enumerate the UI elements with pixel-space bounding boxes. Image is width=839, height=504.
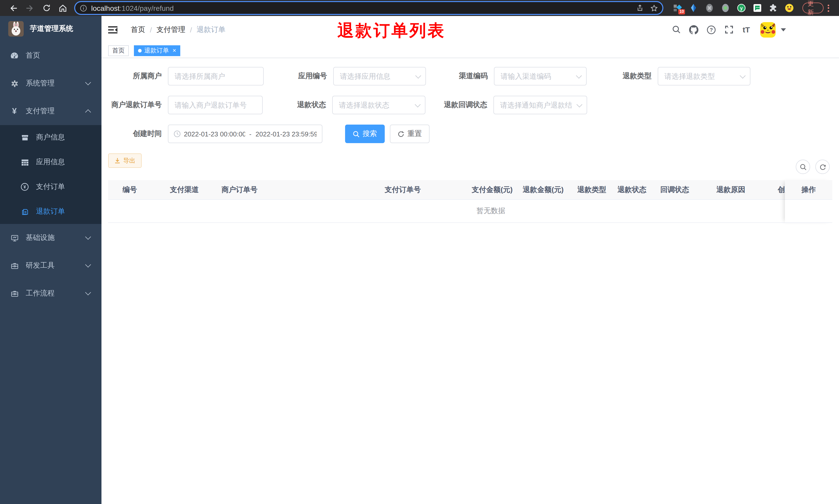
column-header: 退款类型 xyxy=(572,185,612,194)
sidebar-item-home[interactable]: 首页 xyxy=(0,42,102,70)
column-header: 支付金额(元) xyxy=(467,185,518,194)
shop-icon xyxy=(21,133,29,142)
home-icon[interactable] xyxy=(58,3,68,13)
filter-form: 所属商户 应用编号 渠道编码 xyxy=(108,58,832,143)
refresh-icon xyxy=(398,130,404,137)
date-separator: - xyxy=(249,130,252,138)
export-button[interactable]: 导出 xyxy=(108,154,142,168)
download-icon xyxy=(114,158,121,164)
app-logo[interactable]: 芋道管理系统 xyxy=(0,16,102,42)
document-copy-icon xyxy=(21,208,29,216)
caret-down-icon[interactable] xyxy=(781,28,786,31)
sidebar-item-devtools[interactable]: 研发工具 xyxy=(0,252,102,280)
sidebar-item-label: 系统管理 xyxy=(26,79,55,88)
cmd-glyph: ⌘ xyxy=(707,6,712,11)
table-toolbar: 导出 xyxy=(108,154,832,168)
search-icon[interactable] xyxy=(672,25,681,34)
sidebar-item-workflow[interactable]: 工作流程 xyxy=(0,280,102,307)
extension-command-icon[interactable]: ⌘ xyxy=(705,4,714,12)
breadcrumb-home[interactable]: 首页 xyxy=(131,25,145,34)
avatar[interactable] xyxy=(760,22,775,37)
extensions-puzzle-icon[interactable] xyxy=(769,4,778,12)
field-label: 创建时间 xyxy=(108,129,168,139)
browser-update-button[interactable]: 更新 xyxy=(802,3,824,13)
profile-emoji-icon[interactable] xyxy=(785,4,794,12)
notify-status-select[interactable] xyxy=(494,96,587,114)
font-size-icon[interactable]: tT xyxy=(742,25,751,34)
merchant-select[interactable] xyxy=(168,67,264,86)
breadcrumb: 首页 / 支付管理 / 退款订单 xyxy=(131,25,226,34)
reload-icon[interactable] xyxy=(42,3,51,13)
field-label: 渠道编码 xyxy=(436,72,494,81)
sidebar-item-refund-order[interactable]: 退款订单 xyxy=(0,199,102,224)
extension-record-icon[interactable] xyxy=(721,4,730,12)
fullscreen-icon[interactable] xyxy=(724,25,733,34)
extension-chat-icon[interactable] xyxy=(753,4,762,12)
tag-home[interactable]: 首页 xyxy=(108,45,129,56)
extension-y-icon[interactable]: y xyxy=(737,4,746,12)
field-label: 商户退款订单号 xyxy=(108,101,168,110)
url-text[interactable]: localhost:1024/pay/refund xyxy=(91,4,174,12)
chevron-down-icon xyxy=(85,79,91,86)
empty-text: 暂无数据 xyxy=(477,206,505,216)
close-icon[interactable]: × xyxy=(173,47,176,54)
github-icon[interactable] xyxy=(689,25,698,34)
reset-button[interactable]: 重置 xyxy=(390,125,430,143)
sidebar-item-infra[interactable]: 基础设施 xyxy=(0,224,102,252)
search-icon xyxy=(353,130,359,137)
sidebar-collapse-icon[interactable] xyxy=(108,25,118,34)
breadcrumb-separator: / xyxy=(150,25,152,34)
monitor-chart-icon xyxy=(10,234,19,242)
tag-refund-order[interactable]: 退款订单 × xyxy=(134,45,180,56)
sidebar-item-label: 工作流程 xyxy=(26,289,55,298)
sidebar-item-label: 支付管理 xyxy=(26,107,55,116)
extension-kite-icon[interactable] xyxy=(689,4,698,12)
sidebar-item-system[interactable]: 系统管理 xyxy=(0,70,102,97)
bookmark-star-icon[interactable] xyxy=(650,4,658,12)
back-icon[interactable] xyxy=(9,3,18,13)
table-header-row: 编号 支付渠道 商户订单号 支付订单号 支付金额(元) 退款金额(元) 退款类型… xyxy=(108,180,832,200)
toggle-search-button[interactable] xyxy=(796,160,810,174)
create-time-range-picker[interactable]: 2022-01-23 00:00:00 - 2022-01-23 23:59:5… xyxy=(168,125,322,143)
chevron-up-icon xyxy=(85,109,91,115)
clock-icon xyxy=(174,130,181,138)
merchant-refund-no-input[interactable] xyxy=(168,96,263,114)
sidebar-item-label: 研发工具 xyxy=(26,261,55,270)
breadcrumb-pay[interactable]: 支付管理 xyxy=(157,25,185,34)
site-info-icon[interactable] xyxy=(80,4,87,12)
help-icon[interactable]: ? xyxy=(707,25,716,34)
channel-code-select[interactable] xyxy=(494,67,587,86)
sidebar-item-merchant-info[interactable]: 商户信息 xyxy=(0,125,102,150)
refund-status-select[interactable] xyxy=(332,96,425,114)
sidebar-item-pay[interactable]: ¥ 支付管理 xyxy=(0,97,102,125)
breadcrumb-separator: / xyxy=(190,25,192,34)
forward-icon[interactable] xyxy=(25,3,35,13)
browser-menu-icon[interactable] xyxy=(828,4,829,12)
table-empty-row: 暂无数据 xyxy=(108,200,832,223)
column-header: 操作 xyxy=(785,180,832,200)
column-header: 支付渠道 xyxy=(165,185,216,194)
svg-text:?: ? xyxy=(710,27,713,32)
browser-toolbar: localhost:1024/pay/refund 10 ⌘ xyxy=(0,0,839,16)
app-select[interactable] xyxy=(333,67,426,86)
url-host: localhost xyxy=(91,4,120,12)
field-label: 退款状态 xyxy=(269,101,332,110)
sidebar-item-label: 退款订单 xyxy=(36,207,65,216)
chevron-down-icon xyxy=(85,262,91,268)
sidebar-item-pay-order[interactable]: ¥ 支付订单 xyxy=(0,175,102,199)
url-path: :1024/pay/refund xyxy=(120,4,174,12)
address-bar[interactable]: localhost:1024/pay/refund xyxy=(75,2,662,14)
refresh-table-button[interactable] xyxy=(815,160,830,174)
search-button[interactable]: 搜索 xyxy=(345,125,385,143)
extension-grid-icon[interactable]: 10 xyxy=(673,4,682,12)
app-title: 芋道管理系统 xyxy=(30,24,73,34)
sidebar: 芋道管理系统 首页 系统管理 ¥ 支付管理 xyxy=(0,16,102,504)
column-header: 回调状态 xyxy=(655,185,711,194)
refund-table: 编号 支付渠道 商户订单号 支付订单号 支付金额(元) 退款金额(元) 退款类型… xyxy=(108,180,832,223)
sidebar-item-app-info[interactable]: 应用信息 xyxy=(0,150,102,175)
toolbox-icon xyxy=(10,262,19,270)
refund-type-select[interactable] xyxy=(658,67,750,86)
sidebar-item-label: 支付订单 xyxy=(36,182,65,192)
fixed-action-column: 操作 xyxy=(785,180,832,223)
share-icon[interactable] xyxy=(636,4,644,12)
